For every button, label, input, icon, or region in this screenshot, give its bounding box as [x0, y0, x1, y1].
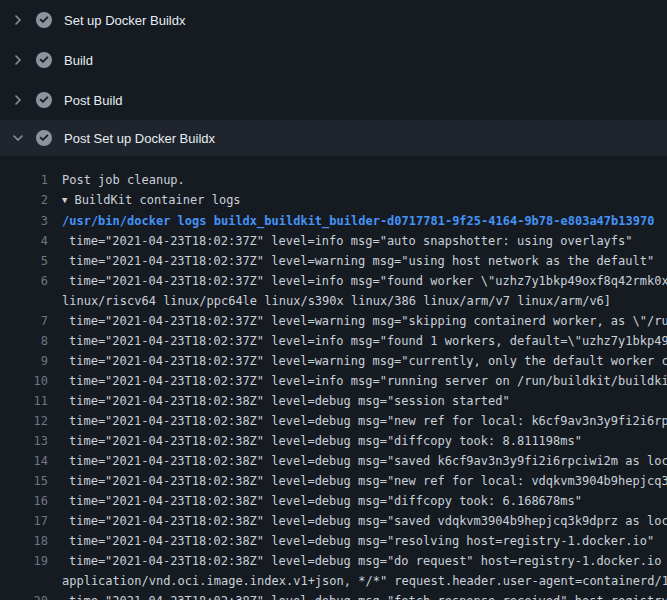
log-line: 19 time="2021-04-23T18:02:38Z" level=deb…: [0, 551, 667, 571]
log-line-text: time="2021-04-23T18:02:38Z" level=debug …: [62, 591, 667, 600]
log-line-number[interactable]: 18: [0, 531, 48, 551]
log-line-text: time="2021-04-23T18:02:38Z" level=debug …: [62, 491, 582, 511]
log-line: 11 time="2021-04-23T18:02:38Z" level=deb…: [0, 391, 667, 411]
chevron-icon: [12, 54, 28, 66]
log-line-number[interactable]: 20: [0, 591, 48, 600]
log-line: 1 Post job cleanup.: [0, 170, 667, 190]
log-line: 15 time="2021-04-23T18:02:38Z" level=deb…: [0, 471, 667, 491]
log-line: 9 time="2021-04-23T18:02:37Z" level=warn…: [0, 351, 667, 371]
group-toggle-icon[interactable]: ▼: [62, 190, 67, 210]
log-line-text: time="2021-04-23T18:02:38Z" level=debug …: [62, 391, 510, 411]
log-line-number[interactable]: 14: [0, 451, 48, 471]
log-line-text: time="2021-04-23T18:02:38Z" level=debug …: [62, 471, 667, 491]
log-line-text: time="2021-04-23T18:02:37Z" level=warnin…: [62, 311, 667, 331]
check-circle-icon: [36, 12, 52, 28]
log-line: 5 time="2021-04-23T18:02:37Z" level=warn…: [0, 251, 667, 271]
log-line: 20 time="2021-04-23T18:02:38Z" level=deb…: [0, 591, 667, 600]
log-line-number[interactable]: 1: [0, 170, 48, 190]
chevron-icon: [12, 94, 28, 106]
chevron-icon: [12, 14, 28, 26]
chevron-icon: [12, 132, 28, 144]
log-line-number[interactable]: [0, 291, 48, 311]
log-line: 18 time="2021-04-23T18:02:38Z" level=deb…: [0, 531, 667, 551]
step-section-label: Post Build: [64, 93, 123, 108]
log-line[interactable]: 2 ▼BuildKit container logs: [0, 190, 667, 211]
log-line-number[interactable]: 7: [0, 311, 48, 331]
log-line-text: time="2021-04-23T18:02:38Z" level=debug …: [62, 451, 667, 471]
log-line-text: Post job cleanup.: [62, 170, 185, 190]
log-line-number[interactable]: 3: [0, 211, 48, 231]
log-line-number[interactable]: 13: [0, 431, 48, 451]
log-line-number[interactable]: 6: [0, 271, 48, 291]
log-lines: 1 Post job cleanup. 2 ▼BuildKit containe…: [0, 170, 667, 600]
log-line: 16 time="2021-04-23T18:02:38Z" level=deb…: [0, 491, 667, 511]
step-section-label: Build: [64, 53, 93, 68]
log-line: 8 time="2021-04-23T18:02:37Z" level=info…: [0, 331, 667, 351]
log-line-text: time="2021-04-23T18:02:37Z" level=info m…: [62, 231, 633, 251]
step-section-label: Post Set up Docker Buildx: [64, 131, 215, 146]
log-line: 10 time="2021-04-23T18:02:37Z" level=inf…: [0, 371, 667, 391]
log-line-number[interactable]: 4: [0, 231, 48, 251]
log-line-number[interactable]: 15: [0, 471, 48, 491]
log-line: application/vnd.oci.image.index.v1+json,…: [0, 571, 667, 591]
log-line-number[interactable]: 12: [0, 411, 48, 431]
log-line: 6 time="2021-04-23T18:02:37Z" level=info…: [0, 271, 667, 291]
log-line-text: time="2021-04-23T18:02:38Z" level=debug …: [62, 531, 654, 551]
actions-log-viewer: { "colors": { "bg": "#161b22", "expanded…: [0, 0, 667, 600]
check-circle-icon: [36, 52, 52, 68]
step-section-label: Set up Docker Buildx: [64, 13, 185, 28]
log-line-text: time="2021-04-23T18:02:37Z" level=info m…: [62, 331, 667, 351]
log-line-text: time="2021-04-23T18:02:37Z" level=warnin…: [62, 251, 654, 271]
log-line-text: time="2021-04-23T18:02:37Z" level=info m…: [62, 371, 667, 391]
log-line: 12 time="2021-04-23T18:02:38Z" level=deb…: [0, 411, 667, 431]
log-line: 3 /usr/bin/docker logs buildx_buildkit_b…: [0, 211, 667, 231]
log-line-text: time="2021-04-23T18:02:37Z" level=info m…: [62, 271, 667, 291]
log-line-text: /usr/bin/docker logs buildx_buildkit_bui…: [62, 211, 654, 231]
log-line-text: ▼BuildKit container logs: [62, 190, 241, 211]
log-line-text: time="2021-04-23T18:02:37Z" level=warnin…: [62, 351, 667, 371]
log-line: 4 time="2021-04-23T18:02:37Z" level=info…: [0, 231, 667, 251]
log-line-text: linux/riscv64 linux/ppc64le linux/s390x …: [62, 291, 611, 311]
step-section-header[interactable]: Post Set up Docker Buildx: [0, 120, 667, 156]
log-line-number[interactable]: 2: [0, 190, 48, 211]
step-sections: Set up Docker Buildx Build P: [0, 0, 667, 156]
log-line-number[interactable]: 16: [0, 491, 48, 511]
log-line: 17 time="2021-04-23T18:02:38Z" level=deb…: [0, 511, 667, 531]
log-line-number[interactable]: 8: [0, 331, 48, 351]
log-line-number[interactable]: [0, 571, 48, 591]
log-line: linux/riscv64 linux/ppc64le linux/s390x …: [0, 291, 667, 311]
log-line-text: application/vnd.oci.image.index.v1+json,…: [62, 571, 667, 591]
log-line: 13 time="2021-04-23T18:02:38Z" level=deb…: [0, 431, 667, 451]
log-line-number[interactable]: 5: [0, 251, 48, 271]
log-line-text: time="2021-04-23T18:02:38Z" level=debug …: [62, 551, 667, 571]
log-line-text: time="2021-04-23T18:02:38Z" level=debug …: [62, 511, 667, 531]
step-section-header[interactable]: Post Build: [0, 80, 667, 120]
log-line-number[interactable]: 10: [0, 371, 48, 391]
log-line-number[interactable]: 9: [0, 351, 48, 371]
check-circle-icon: [36, 92, 52, 108]
step-section-header[interactable]: Set up Docker Buildx: [0, 0, 667, 40]
log-line-number[interactable]: 11: [0, 391, 48, 411]
log-line-number[interactable]: 17: [0, 511, 48, 531]
log-line: 14 time="2021-04-23T18:02:38Z" level=deb…: [0, 451, 667, 471]
log-line: 7 time="2021-04-23T18:02:37Z" level=warn…: [0, 311, 667, 331]
log-line-text: time="2021-04-23T18:02:38Z" level=debug …: [62, 431, 582, 451]
check-circle-icon: [36, 130, 52, 146]
log-viewer: Set up Docker Buildx Build P: [0, 0, 667, 600]
log-line-number[interactable]: 19: [0, 551, 48, 571]
log-line-text: time="2021-04-23T18:02:38Z" level=debug …: [62, 411, 667, 431]
step-section-header[interactable]: Build: [0, 40, 667, 80]
